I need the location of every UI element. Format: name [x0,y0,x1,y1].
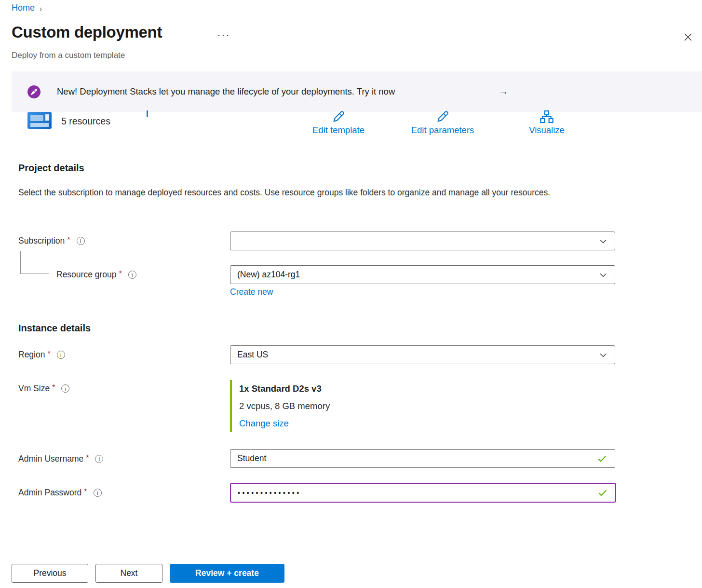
required-asterisk: * [86,454,89,463]
cut-off-element [147,110,148,117]
admin-password-label: Admin Password * i [18,488,102,498]
valid-checkmark-icon [597,487,608,499]
subscription-resource-group-connector [20,251,49,274]
resources-count: 5 resources [61,116,110,127]
visualize-button[interactable]: Visualize [499,109,595,136]
required-asterisk: * [47,350,50,358]
subscription-label: Subscription * i [18,236,85,246]
breadcrumb: Home › [12,3,42,13]
resource-group-dropdown[interactable]: (New) az104-rg1 [230,265,615,284]
more-options-button[interactable]: ··· [217,28,230,41]
breadcrumb-home-link[interactable]: Home [12,3,35,13]
chevron-down-icon [598,350,608,360]
resource-group-label: Resource group * i [56,270,136,280]
info-icon[interactable]: i [77,237,85,245]
banner-message: New! Deployment Stacks let you manage th… [57,71,395,112]
pencil-icon [331,109,346,124]
edit-template-label: Edit template [312,125,364,136]
instance-details-heading: Instance details [18,323,91,334]
valid-checkmark-icon [596,453,608,465]
admin-username-value: Student [237,453,266,464]
admin-password-input[interactable]: •••••••••••••• [230,483,616,503]
close-button[interactable] [680,29,696,45]
admin-username-input[interactable]: Student [230,449,615,468]
info-icon[interactable]: i [128,271,136,279]
vm-size-selection: 1x Standard D2s v3 [239,380,330,397]
region-dropdown[interactable]: East US [230,345,615,364]
vm-size-label: Vm Size * i [18,383,69,394]
admin-password-masked-value: •••••••••••••• [238,489,301,497]
edit-parameters-button[interactable]: Edit parameters [394,109,491,136]
page-subtitle: Deploy from a custom template [12,51,125,60]
banner-arrow-icon[interactable]: → [499,71,508,112]
resource-group-value: (New) az104-rg1 [237,270,598,280]
vm-size-specs: 2 vcpus, 8 GB memory [239,397,330,415]
admin-username-label: Admin Username * i [18,454,103,464]
template-icon [27,112,52,129]
required-asterisk: * [119,270,122,278]
required-asterisk: * [84,488,87,496]
visualize-label: Visualize [529,125,565,136]
change-size-link[interactable]: Change size [239,418,289,428]
review-create-button[interactable]: Review + create [170,564,284,583]
org-chart-icon [539,109,554,124]
chevron-down-icon [598,270,608,280]
project-details-heading: Project details [18,163,84,174]
region-label: Region * i [18,350,65,360]
edit-parameters-label: Edit parameters [411,125,474,136]
info-icon[interactable]: i [95,455,103,463]
previous-button[interactable]: Previous [12,564,88,583]
edit-template-button[interactable]: Edit template [290,109,387,136]
close-icon [683,32,693,42]
custom-deployment-page: Home › Custom deployment ··· Deploy from… [0,0,702,588]
vm-size-summary: 1x Standard D2s v3 2 vcpus, 8 GB memory … [230,380,330,432]
info-icon[interactable]: i [94,489,102,497]
chevron-down-icon [598,236,608,246]
region-value: East US [237,350,598,360]
pencil-icon [435,109,450,124]
required-asterisk: * [52,383,55,392]
rocket-icon [27,85,40,98]
breadcrumb-chevron-icon: › [40,3,42,13]
info-icon[interactable]: i [57,351,65,359]
required-asterisk: * [67,236,70,245]
next-button[interactable]: Next [95,564,162,583]
page-title: Custom deployment [12,23,162,41]
subscription-dropdown[interactable] [230,232,615,250]
create-new-link[interactable]: Create new [230,287,273,297]
info-icon[interactable]: i [61,384,69,393]
deployment-stacks-banner[interactable]: New! Deployment Stacks let you manage th… [12,71,702,112]
project-details-description: Select the subscription to manage deploy… [18,185,573,200]
